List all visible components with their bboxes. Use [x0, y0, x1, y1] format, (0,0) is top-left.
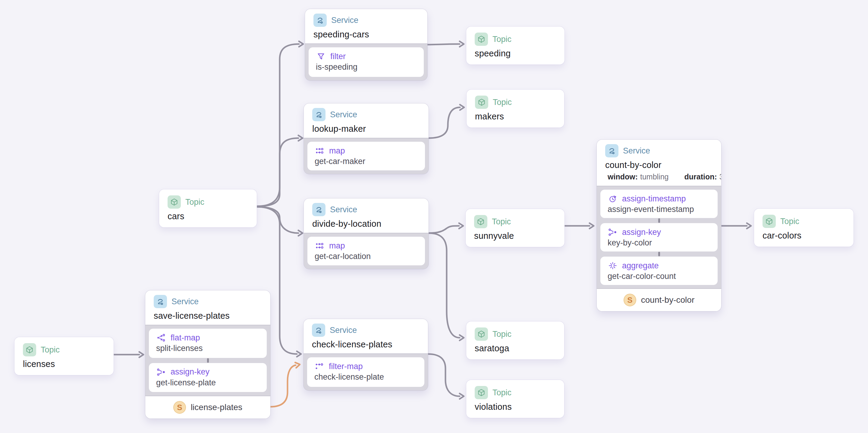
edge-divide-by-location-to-saratoga	[429, 233, 460, 338]
map-icon	[315, 241, 325, 251]
topic-name: cars	[167, 211, 248, 221]
service-operator-list: assign-timestamp assign-event-timestamp …	[597, 186, 721, 288]
operator-name: get-car-color-count	[608, 272, 710, 281]
service-route-icon	[313, 13, 327, 27]
operator-type-label: assign-timestamp	[622, 194, 686, 204]
topic-cube-icon	[475, 327, 488, 341]
operator-name: get-car-location	[315, 252, 418, 261]
service-header: Service count-by-color window:tumbling d…	[597, 140, 721, 186]
operator-name: is-speeding	[316, 62, 416, 72]
service-name: count-by-color	[605, 160, 713, 170]
operator-card[interactable]: flat-map split-licenses	[149, 329, 267, 358]
topic-node-sunnyvale[interactable]: Topic sunnyvale	[466, 209, 564, 247]
edge-cars-to-divide-by-location	[257, 207, 299, 233]
node-type-label: Topic	[493, 98, 512, 107]
node-type-label: Topic	[493, 329, 512, 339]
node-type-label: Service	[330, 110, 357, 119]
operator-type-label: filter	[330, 52, 346, 61]
operator-type-label: flat-map	[170, 333, 200, 343]
operator-name: key-by-color	[608, 238, 710, 248]
service-node-lookup-maker[interactable]: Service lookup-maker map get-car-maker	[304, 104, 429, 174]
node-type-label: Topic	[780, 217, 799, 226]
service-node-save-license-plates[interactable]: Service save-license-plates flat-map spl…	[145, 290, 270, 418]
operator-card[interactable]: assign-key key-by-color	[600, 223, 718, 252]
operator-name: assign-event-timestamp	[608, 205, 710, 214]
node-type-label: Topic	[493, 388, 512, 397]
window-label: window:	[608, 172, 638, 181]
topic-name: sunnyvale	[474, 231, 556, 241]
topic-node-violations[interactable]: Topic violations	[466, 380, 564, 418]
topic-cube-icon	[475, 33, 488, 46]
node-type-label: Topic	[492, 217, 511, 227]
service-operator-list: filter is-speeding	[305, 44, 427, 81]
topic-node-licenses[interactable]: Topic licenses	[14, 337, 114, 375]
window-settings: window:tumbling duration:30s	[608, 172, 713, 181]
operator-type-label: aggregate	[622, 261, 659, 270]
operator-card[interactable]: aggregate get-car-color-count	[600, 257, 718, 285]
operator-name: split-licenses	[156, 344, 259, 353]
filter-map-icon	[314, 361, 324, 372]
service-header: Service speeding-cars	[305, 9, 427, 44]
assign-key-icon	[608, 227, 618, 237]
duration-value: 30s	[719, 172, 721, 181]
operator-connector	[149, 358, 267, 363]
service-operator-list: filter-map check-license-plate	[304, 354, 428, 391]
topic-name: saratoga	[475, 343, 556, 353]
edge-license-plates-store-to-check-license-plates	[270, 365, 296, 407]
operator-card[interactable]: filter is-speeding	[309, 47, 424, 77]
operator-type-label: filter-map	[329, 362, 363, 371]
service-operator-list: map get-car-location	[304, 233, 429, 269]
node-type-label: Topic	[493, 35, 512, 44]
operator-type-label: assign-key	[170, 367, 210, 377]
state-store-name: count-by-color	[641, 295, 694, 305]
service-header: Service divide-by-location	[304, 198, 429, 233]
topic-node-saratoga[interactable]: Topic saratoga	[466, 321, 564, 359]
state-store-row[interactable]: S license-plates	[145, 396, 270, 418]
operator-type-label: map	[329, 146, 345, 155]
service-route-icon	[312, 323, 325, 337]
topic-node-cars[interactable]: Topic cars	[159, 190, 257, 227]
operator-card[interactable]: map get-car-location	[307, 237, 425, 265]
state-store-badge: S	[624, 294, 636, 306]
service-name: save-license-plates	[154, 311, 262, 321]
topic-cube-icon	[475, 386, 488, 399]
operator-card[interactable]: assign-key get-license-plate	[149, 363, 267, 392]
assign-timestamp-icon	[608, 194, 618, 204]
assign-key-icon	[156, 367, 166, 377]
topic-name: violations	[475, 402, 556, 412]
window-value: tumbling	[640, 172, 669, 181]
edge-divide-by-location-to-sunnyvale	[429, 226, 459, 233]
service-name: check-license-plates	[312, 340, 420, 349]
service-node-count-by-color[interactable]: Service count-by-color window:tumbling d…	[597, 140, 721, 311]
service-name: speeding-cars	[313, 30, 419, 39]
node-type-label: Service	[330, 205, 357, 214]
edge-lookup-maker-to-makers	[429, 107, 460, 138]
service-operator-list: flat-map split-licenses assign-key get-l…	[145, 325, 270, 396]
service-node-speeding-cars[interactable]: Service speeding-cars filter is-speeding	[305, 9, 427, 81]
operator-type-label: map	[329, 241, 345, 251]
topic-cube-icon	[763, 215, 776, 228]
operator-name: get-car-maker	[315, 157, 418, 166]
service-header: Service check-license-plates	[304, 319, 428, 354]
operator-card[interactable]: filter-map check-license-plate	[307, 357, 424, 387]
service-node-divide-by-location[interactable]: Service divide-by-location map get-car-l…	[304, 198, 429, 269]
filter-icon	[316, 51, 326, 61]
operator-card[interactable]: assign-timestamp assign-event-timestamp	[600, 190, 718, 218]
topic-name: speeding	[475, 49, 556, 58]
operator-type-label: assign-key	[622, 228, 661, 237]
service-route-icon	[605, 144, 618, 157]
operator-card[interactable]: map get-car-maker	[307, 142, 425, 170]
topic-name: licenses	[23, 359, 105, 369]
service-name: divide-by-location	[312, 219, 420, 229]
service-operator-list: map get-car-maker	[304, 138, 429, 174]
node-type-label: Topic	[185, 198, 204, 207]
service-route-icon	[154, 295, 167, 308]
service-node-check-license-plates[interactable]: Service check-license-plates filter-map …	[304, 319, 428, 391]
map-icon	[315, 146, 325, 156]
topic-node-car-colors[interactable]: Topic car-colors	[754, 209, 854, 247]
state-store-row[interactable]: S count-by-color	[597, 288, 721, 311]
operator-name: check-license-plate	[314, 372, 417, 382]
topic-node-speeding[interactable]: Topic speeding	[466, 27, 564, 64]
topic-node-makers[interactable]: Topic makers	[467, 90, 564, 127]
state-store-badge: S	[173, 401, 186, 414]
